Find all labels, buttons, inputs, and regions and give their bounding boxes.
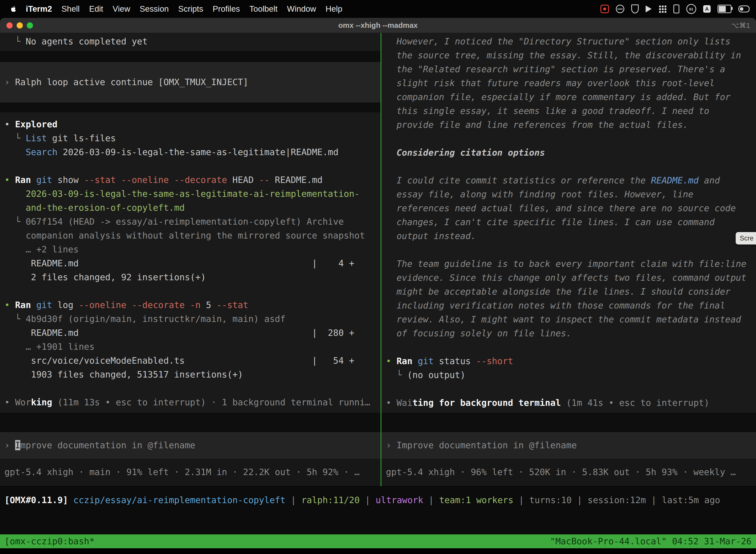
terminal-text-segment: provide file and line references from th… bbox=[386, 120, 688, 130]
terminal-line: › Improve documentation in @filename bbox=[386, 438, 755, 452]
terminal-line: companion file, especially if more comme… bbox=[386, 90, 755, 104]
terminal-line: • Ran git status --short bbox=[386, 354, 755, 368]
terminal-line bbox=[386, 382, 755, 396]
tmux-host-clock: "MacBook-Pro-44.local" 04:52 31-Mar-26 bbox=[550, 535, 752, 548]
terminal-line: … +2 lines bbox=[4, 242, 379, 257]
dots-grid-icon[interactable] bbox=[658, 5, 667, 13]
menu-item-toolbelt[interactable]: Toolbelt bbox=[249, 4, 277, 14]
terminal-text-segment: might be acceptable alongside the file l… bbox=[386, 286, 731, 296]
terminal-text-segment: Wai bbox=[397, 398, 413, 408]
left-prompt-input[interactable]: › Improve documentation in @filename bbox=[0, 432, 380, 459]
battery-icon[interactable] bbox=[717, 5, 732, 13]
terminal-line: … +1901 lines bbox=[4, 340, 379, 354]
terminal-line: Considering citation options bbox=[386, 146, 755, 160]
menu-status-icons: 61A bbox=[601, 4, 756, 14]
menu-item-scripts[interactable]: Scripts bbox=[178, 4, 203, 14]
terminal-text-segment: git bbox=[36, 175, 52, 185]
phone-icon[interactable] bbox=[674, 4, 679, 13]
menu-item-iterm2[interactable]: iTerm2 bbox=[26, 4, 52, 14]
terminal-line: this single essay, it seems like a good … bbox=[386, 104, 755, 118]
terminal-text-segment: | bbox=[646, 495, 662, 505]
terminal-text-segment: | bbox=[572, 495, 587, 505]
terminal-line: • Waiting for background terminal (1m 41… bbox=[386, 396, 755, 410]
terminal-text-segment: └ bbox=[4, 36, 26, 46]
terminal-text-segment: • bbox=[4, 397, 15, 407]
menu-item-view[interactable]: View bbox=[113, 4, 130, 14]
shield-icon[interactable] bbox=[631, 4, 639, 13]
menu-item-help[interactable]: Help bbox=[325, 4, 342, 14]
menu-item-shell[interactable]: Shell bbox=[62, 4, 80, 14]
terminal-line: slight risk that future readers may over… bbox=[386, 76, 755, 90]
terminal-text-segment: companion file, especially if more comme… bbox=[386, 92, 731, 102]
terminal-text-segment: └ bbox=[4, 314, 26, 324]
terminal-text-segment: session:12m bbox=[587, 495, 646, 505]
terminal-line: └ 4b9d30f (origin/main, instructkr/main,… bbox=[4, 312, 379, 326]
terminal-text-segment: › bbox=[4, 77, 15, 87]
control-center-icon[interactable] bbox=[738, 5, 750, 12]
iterm-window: omx --xhigh --madmax ⌥⌘1 └ No agents com… bbox=[0, 18, 756, 548]
close-button[interactable] bbox=[6, 22, 13, 29]
terminal-text-segment: No agents completed yet bbox=[26, 36, 148, 46]
menu-item-session[interactable]: Session bbox=[140, 4, 169, 14]
terminal-text-segment: team:1 workers bbox=[439, 495, 513, 505]
terminal-line bbox=[4, 159, 379, 173]
terminal-line: src/voice/voiceModeEnabled.ts | 54 + bbox=[4, 354, 379, 368]
terminal-text-segment: git bbox=[36, 300, 52, 310]
terminal-text-segment: "MacBook-Pro-44.local" 04:52 31-Mar-26 bbox=[550, 536, 752, 546]
terminal-text-segment: … +2 lines bbox=[4, 244, 79, 255]
terminal-line: 1903 files changed, 513517 insertions(+) bbox=[4, 368, 379, 382]
terminal-text-segment: (11m 13s • esc to interrupt) · 1 backgro… bbox=[52, 397, 370, 407]
menu-item-profiles[interactable]: Profiles bbox=[212, 4, 240, 14]
terminal-text-segment: turns:10 bbox=[529, 495, 572, 505]
apple-menu-icon[interactable] bbox=[10, 5, 17, 13]
terminal-line: • Working (11m 13s • esc to interrupt) ·… bbox=[4, 395, 379, 409]
terminal-text-segment: companion analysis without altering the … bbox=[4, 230, 365, 240]
terminal-line: the "Related research writing" section i… bbox=[386, 62, 755, 76]
terminal-line: [omx-cczip0:bash* bbox=[4, 535, 94, 548]
terminal-line: I could cite commit statistics or refere… bbox=[386, 173, 755, 187]
input-source-icon[interactable]: A bbox=[703, 5, 711, 13]
separator bbox=[0, 413, 380, 432]
terminal-line: • Ran git show --stat --oneline --decora… bbox=[4, 173, 379, 187]
window-title: omx --xhigh --madmax bbox=[0, 21, 756, 30]
terminal-text-segment: --stat bbox=[216, 300, 248, 310]
battery-percent-icon[interactable]: 61 bbox=[686, 4, 696, 14]
right-model-statusline: gpt-5.4 xhigh · 96% left · 520K in · 5.8… bbox=[381, 459, 756, 486]
minimize-button[interactable] bbox=[17, 22, 23, 29]
terminal-line: evidence. Since this change only affects… bbox=[386, 271, 755, 285]
terminal-line bbox=[386, 340, 755, 354]
terminal-text-segment: 5 bbox=[201, 300, 216, 310]
terminal-text-segment: The team guideline is to back every impo… bbox=[386, 259, 746, 269]
terminal-text-segment: › bbox=[386, 440, 397, 450]
terminal-line: └ (no output) bbox=[386, 368, 755, 382]
terminal-text-segment: (1m 41s • esc to interrupt) bbox=[561, 398, 709, 408]
terminal-text-segment: 067f154 (HEAD -> essay/ai-reimplementati… bbox=[26, 216, 344, 227]
terminal-text-segment: └ bbox=[386, 370, 407, 380]
terminal-text-segment: --oneline --decorate bbox=[79, 300, 185, 310]
terminal-line: 2 files changed, 92 insertions(+) bbox=[4, 270, 379, 284]
terminal-text-segment: Improve documentation in @filename bbox=[397, 440, 577, 450]
terminal-text-segment: git bbox=[418, 356, 434, 366]
menu-item-edit[interactable]: Edit bbox=[89, 4, 103, 14]
terminal-text-segment: | bbox=[513, 495, 529, 505]
terminal-text-segment: log bbox=[52, 300, 79, 310]
right-transcript: However, I noticed the "Directory Struct… bbox=[381, 33, 756, 413]
right-prompt-input[interactable]: › Improve documentation in @filename bbox=[381, 432, 756, 459]
play-icon[interactable] bbox=[646, 5, 651, 12]
terminal-line: Search 2026-03-09-is-legal-the-same-as-l… bbox=[4, 145, 379, 159]
terminal-text-segment: ralph:11/20 bbox=[301, 495, 360, 505]
terminal-line: • Ran git log --oneline --decorate -n 5 … bbox=[4, 298, 379, 312]
terminal-text-segment: • bbox=[4, 119, 15, 129]
zoom-button[interactable] bbox=[27, 22, 33, 29]
terminal-text-segment: gpt-5.4 xhigh · main · 91% left · 2.31M … bbox=[4, 467, 360, 477]
text-cursor: I bbox=[15, 440, 20, 450]
globe-icon[interactable] bbox=[616, 5, 624, 13]
terminal-text-segment bbox=[68, 495, 73, 505]
terminal-text-segment bbox=[4, 147, 26, 157]
screen-recording-icon[interactable] bbox=[601, 5, 609, 13]
menu-item-window[interactable]: Window bbox=[287, 4, 316, 14]
terminal-line bbox=[4, 382, 379, 395]
terminal-text-segment: changes, I can't cite specific file line… bbox=[386, 217, 714, 227]
screen-share-chip[interactable]: Scre bbox=[736, 232, 756, 244]
terminal-line bbox=[386, 160, 755, 173]
